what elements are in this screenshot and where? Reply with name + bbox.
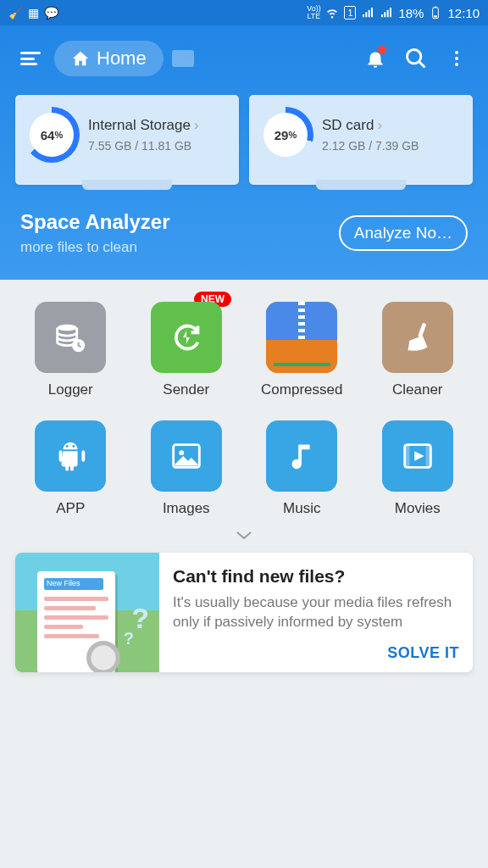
window-icon[interactable] (172, 50, 194, 67)
svg-point-11 (66, 445, 69, 448)
tool-cleaner[interactable]: Cleaner (364, 302, 472, 398)
more-vert-icon (446, 48, 467, 69)
sd-card-card[interactable]: 29% SD card › 2.12 GB / 7.39 GB (249, 95, 473, 185)
tool-compressed[interactable]: Compressed (248, 302, 356, 398)
analyzer-subtitle: more files to clean (20, 239, 170, 256)
picture-icon (151, 420, 222, 492)
status-bar: 🧹 ▦ 💬 Vo)) LTE 1 18% 12:10 (0, 0, 488, 25)
signal-icon-2 (380, 6, 393, 19)
svg-rect-1 (434, 15, 437, 17)
hamburger-icon (20, 52, 41, 65)
app-icon-1: 🧹 (8, 6, 23, 19)
tool-logger[interactable]: Logger (17, 302, 125, 398)
svg-point-8 (58, 325, 77, 331)
sd-card-title: SD card (322, 117, 374, 134)
expand-tools-button[interactable] (0, 524, 488, 553)
space-analyzer-row: Space Analyzer more files to clean Analy… (15, 185, 473, 280)
internal-storage-title: Internal Storage (88, 117, 191, 134)
logger-icon (35, 302, 106, 373)
svg-point-5 (455, 51, 458, 54)
internal-storage-card[interactable]: 64% Internal Storage › 7.55 GB / 11.81 G… (15, 95, 239, 185)
svg-rect-2 (435, 7, 437, 8)
svg-line-4 (419, 62, 425, 68)
chevron-down-icon (234, 529, 254, 541)
chevron-right-icon: › (194, 117, 199, 134)
sd-card-ring: 29% (258, 107, 313, 163)
chevron-right-icon: › (377, 117, 382, 134)
tool-movies[interactable]: Movies (364, 420, 472, 517)
search-icon (404, 47, 428, 70)
magnifier-icon (83, 637, 137, 672)
cleaner-icon (382, 302, 453, 373)
svg-point-6 (455, 57, 458, 60)
svg-point-3 (408, 50, 421, 64)
svg-rect-16 (404, 445, 409, 468)
tool-sender[interactable]: NEW Sender (133, 302, 241, 398)
search-button[interactable] (400, 42, 432, 75)
battery-percent: 18% (398, 6, 424, 20)
promo-illus-label: New Files (44, 578, 103, 590)
promo-action-button[interactable]: SOLVE IT (173, 644, 459, 662)
overflow-button[interactable] (441, 42, 473, 75)
analyzer-title: Space Analyzer (20, 210, 170, 234)
menu-button[interactable] (15, 43, 46, 74)
android-icon (35, 420, 106, 492)
svg-rect-17 (425, 445, 430, 468)
wifi-icon (325, 6, 339, 19)
music-note-icon (266, 420, 337, 492)
promo-heading: Can't find new files? (173, 566, 459, 587)
clock: 12:10 (447, 6, 480, 20)
sender-icon (151, 302, 222, 373)
promo-illustration: New Files ? ? (15, 553, 159, 672)
sd-card-size: 2.12 GB / 7.39 GB (322, 139, 464, 153)
svg-point-12 (73, 445, 75, 448)
notification-badge (378, 46, 386, 54)
messenger-icon: 💬 (44, 6, 58, 19)
home-icon (71, 49, 90, 68)
internal-storage-size: 7.55 GB / 11.81 GB (88, 139, 230, 153)
analyze-now-button[interactable]: Analyze No… (339, 215, 468, 251)
promo-body: It's usually because your media files re… (173, 593, 459, 632)
svg-rect-10 (418, 323, 426, 338)
svg-point-7 (455, 63, 458, 66)
tools-grid: Logger NEW Sender Compressed Cleaner APP… (0, 280, 488, 524)
signal-icon-1 (361, 6, 374, 19)
compressed-icon (266, 302, 337, 373)
battery-icon (429, 6, 442, 19)
storage-cards: 64% Internal Storage › 7.55 GB / 11.81 G… (15, 95, 473, 185)
tool-images[interactable]: Images (133, 420, 241, 517)
question-mark-icon: ? (131, 602, 149, 635)
home-label: Home (97, 47, 147, 70)
tool-music[interactable]: Music (248, 420, 356, 517)
volte-icon: Vo)) LTE (307, 6, 320, 19)
app-header: Home 64% Internal Storage › 7.55 GB / 11… (0, 25, 488, 280)
tool-app[interactable]: APP (17, 420, 125, 517)
sim-icon: 1 (344, 6, 356, 19)
internal-storage-ring: 64% (24, 107, 80, 163)
svg-point-18 (89, 643, 119, 672)
app-icon-2: ▦ (28, 6, 39, 19)
movies-icon (382, 420, 453, 492)
promo-card[interactable]: New Files ? ? Can't find new files? It's… (15, 553, 473, 672)
notifications-button[interactable] (359, 42, 391, 75)
home-tab[interactable]: Home (54, 41, 164, 76)
svg-point-14 (179, 450, 184, 455)
